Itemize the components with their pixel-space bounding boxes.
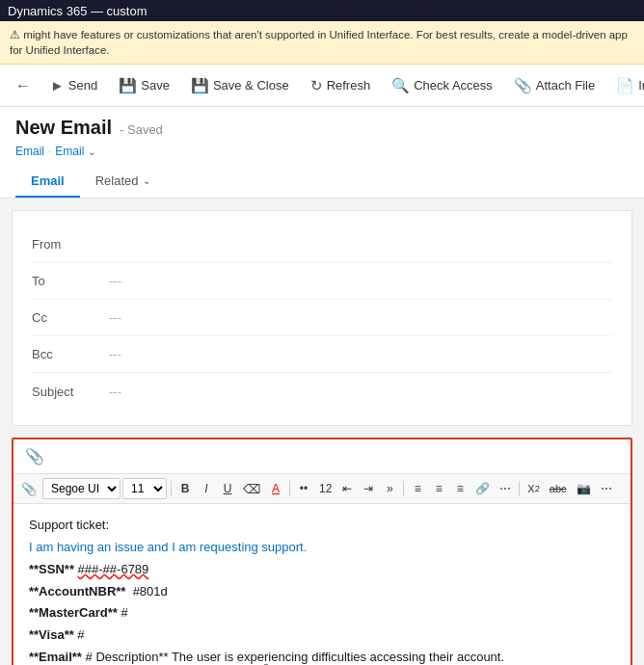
- back-button[interactable]: ←: [8, 72, 39, 99]
- email-body-container: 📎 📎 Segoe UI 11 B I U ⌫ A •• 1​2 ⇤ ⇥ » ≡: [12, 438, 632, 665]
- tab-related[interactable]: Related ⌄: [80, 166, 166, 198]
- bold-button[interactable]: B: [175, 480, 195, 497]
- saved-status: - Saved: [120, 122, 163, 137]
- send-button[interactable]: ► Send: [40, 72, 107, 98]
- align-center-button[interactable]: ≡: [429, 480, 448, 497]
- attach-file-button[interactable]: 📎 Attach File: [504, 72, 604, 99]
- save-close-icon: 💾: [191, 77, 209, 94]
- page-title: New Email: [15, 117, 112, 139]
- warning-banner: ⚠ might have features or customizations …: [0, 21, 644, 65]
- form-row-bcc: Bcc ---: [32, 336, 612, 373]
- subject-value[interactable]: ---: [109, 385, 121, 399]
- numbering-button[interactable]: 1​2: [315, 480, 335, 497]
- breadcrumb-email2[interactable]: Email: [55, 145, 84, 158]
- underline-button[interactable]: U: [218, 480, 237, 497]
- font-color-button[interactable]: A: [266, 480, 285, 497]
- send-label: Send: [68, 78, 97, 93]
- form-row-from: From: [32, 226, 612, 263]
- rte-divider-3: [403, 481, 404, 496]
- image-button[interactable]: 📷: [573, 480, 595, 497]
- body-line-3: **SSN** ###-##-6789: [29, 560, 615, 580]
- form-row-subject: Subject ---: [32, 373, 612, 410]
- form-row-cc: Cc ---: [32, 300, 612, 336]
- subscript-button[interactable]: X2: [523, 481, 543, 496]
- strikethrough-button[interactable]: abc: [546, 481, 571, 496]
- rte-divider-4: [519, 481, 520, 496]
- rte-divider-1: [171, 481, 172, 496]
- paperclip-icon: 📎: [25, 448, 44, 465]
- refresh-button[interactable]: ↻ Refresh: [301, 72, 381, 99]
- save-button[interactable]: 💾 Save: [109, 72, 179, 99]
- breadcrumb-email1[interactable]: Email: [15, 145, 44, 158]
- bullets-button[interactable]: ••: [294, 480, 313, 497]
- indent-increase-button[interactable]: ⇥: [359, 480, 378, 497]
- eraser-button[interactable]: ⌫: [239, 480, 264, 498]
- tab-email[interactable]: Email: [15, 166, 80, 198]
- more2-button[interactable]: ⋯: [597, 480, 616, 497]
- save-icon: 💾: [119, 77, 137, 94]
- more-button[interactable]: ⋯: [496, 480, 515, 497]
- refresh-icon: ↻: [310, 77, 323, 94]
- related-chevron: ⌄: [143, 175, 150, 186]
- title-bar: Dynamics 365 — custom: [0, 0, 644, 21]
- breadcrumb: Email · Email ⌄: [15, 145, 629, 158]
- form-row-to: To ---: [32, 263, 612, 300]
- link-button[interactable]: 🔗: [471, 480, 494, 497]
- breadcrumb-chevron[interactable]: ⌄: [88, 146, 95, 157]
- font-family-select[interactable]: Segoe UI: [42, 478, 121, 499]
- blockquote-button[interactable]: »: [380, 480, 399, 497]
- indent-decrease-button[interactable]: ⇤: [337, 480, 357, 497]
- to-label: To: [32, 274, 109, 288]
- main-content: From To --- Cc --- Bcc --- Subject --- 📎…: [0, 199, 644, 665]
- check-access-button[interactable]: 🔍 Check Access: [382, 72, 502, 99]
- template-icon: 📄: [616, 77, 634, 94]
- rte-toolbar: 📎 Segoe UI 11 B I U ⌫ A •• 1​2 ⇤ ⇥ » ≡ ≡…: [13, 474, 631, 504]
- tab-related-label: Related: [95, 173, 139, 188]
- check-access-icon: 🔍: [391, 77, 410, 94]
- body-line-6: **Visa** #: [29, 625, 615, 646]
- body-line-7: **Email** # Description** The user is ex…: [29, 648, 615, 665]
- send-icon: ►: [50, 77, 65, 93]
- align-right-button[interactable]: ≡: [450, 480, 470, 497]
- body-icon-row: 📎: [13, 439, 631, 474]
- body-line-5: **MasterCard** #: [29, 603, 615, 624]
- save-label: Save: [141, 78, 170, 93]
- template-label: Insert Templat...: [638, 78, 644, 93]
- main-toolbar: ← ► Send 💾 Save 💾 Save & Close ↻ Refresh…: [0, 65, 644, 107]
- email-form: From To --- Cc --- Bcc --- Subject ---: [12, 210, 632, 426]
- title-bar-text: Dynamics 365 — custom: [8, 4, 148, 18]
- italic-button[interactable]: I: [197, 480, 216, 497]
- refresh-label: Refresh: [327, 78, 371, 93]
- page-header: New Email - Saved Email · Email ⌄ Email …: [0, 107, 644, 199]
- attach-label: Attach File: [536, 78, 595, 93]
- attach-icon: 📎: [514, 77, 532, 94]
- body-line-2: I am having an issue and I am requesting…: [29, 538, 615, 558]
- tab-email-label: Email: [31, 173, 65, 188]
- warning-message: might have features or customizations th…: [10, 29, 628, 56]
- body-line-4: **AccountNBR** #801d: [29, 582, 615, 602]
- check-access-label: Check Access: [414, 78, 493, 93]
- rte-attach-icon: 📎: [21, 482, 37, 496]
- warning-text: ⚠: [10, 29, 23, 40]
- bcc-label: Bcc: [32, 347, 109, 361]
- save-close-button[interactable]: 💾 Save & Close: [181, 72, 299, 99]
- cc-value[interactable]: ---: [109, 310, 121, 325]
- body-line-1: Support ticket:: [29, 516, 615, 536]
- font-size-select[interactable]: 11: [122, 478, 167, 499]
- email-body-text[interactable]: Support ticket: I am having an issue and…: [13, 504, 631, 665]
- breadcrumb-separator: ·: [48, 145, 51, 158]
- from-label: From: [32, 237, 109, 252]
- align-left-button[interactable]: ≡: [408, 480, 427, 497]
- rte-divider-2: [289, 481, 290, 496]
- insert-template-button[interactable]: 📄 Insert Templat...: [606, 72, 644, 99]
- tab-bar: Email Related ⌄: [15, 166, 629, 198]
- subject-label: Subject: [32, 385, 109, 399]
- bcc-value[interactable]: ---: [109, 347, 121, 361]
- cc-label: Cc: [32, 310, 109, 325]
- to-value[interactable]: ---: [109, 274, 121, 288]
- save-close-label: Save & Close: [213, 78, 289, 93]
